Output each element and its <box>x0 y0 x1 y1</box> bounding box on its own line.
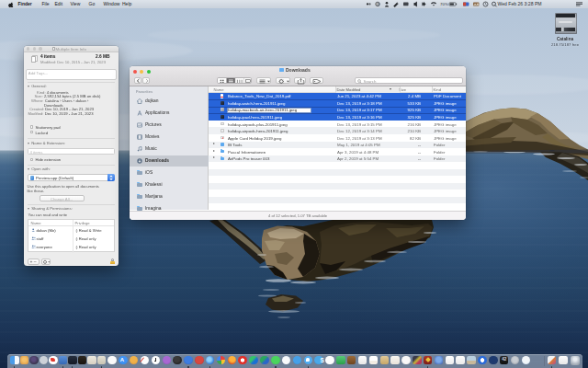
svg-text:70%: 70% <box>440 2 448 6</box>
svg-text:Wed Feb 26 3:28 PM: Wed Feb 26 3:28 PM <box>498 1 542 6</box>
svg-text:@: @ <box>377 2 380 6</box>
